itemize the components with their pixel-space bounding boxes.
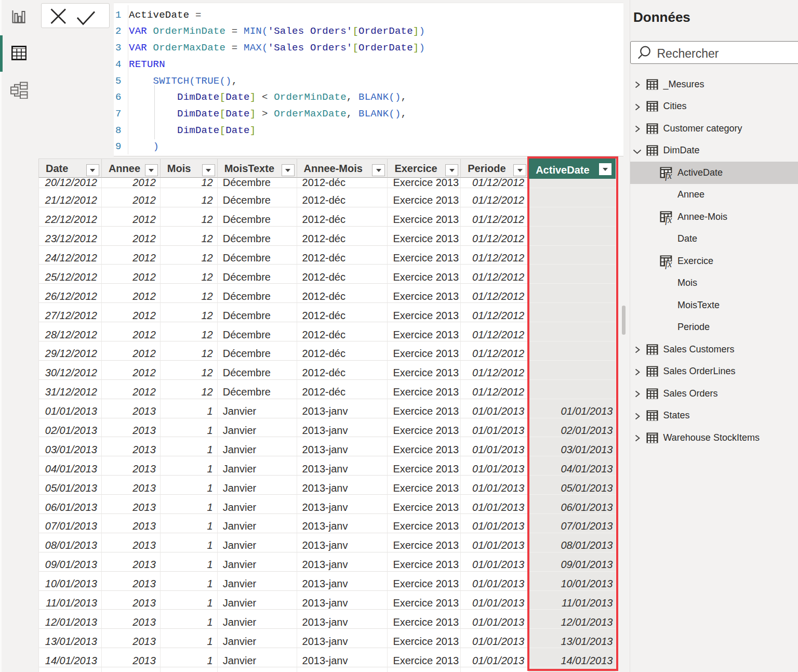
svg-text:fx: fx xyxy=(665,170,672,181)
svg-text:fx: fx xyxy=(665,259,672,269)
svg-text:fx: fx xyxy=(665,215,672,225)
